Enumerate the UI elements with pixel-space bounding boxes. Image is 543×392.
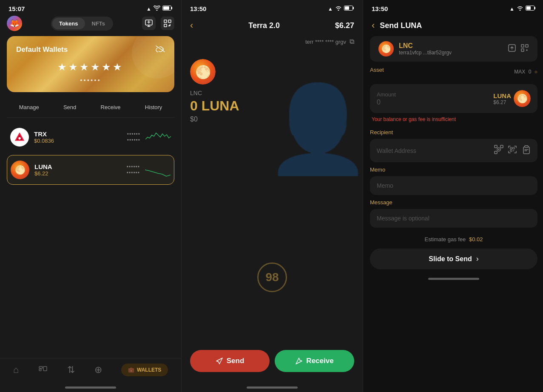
- nav-swap[interactable]: ⇅: [67, 364, 75, 375]
- recipient-field: Wallet Address: [370, 139, 537, 162]
- action-manage[interactable]: Manage: [19, 104, 39, 110]
- svg-rect-16: [526, 6, 531, 10]
- amount-display: LUNA $6.27 🌕: [493, 90, 531, 107]
- tab-tokens[interactable]: Tokens: [52, 18, 85, 29]
- amount-value[interactable]: 0: [377, 99, 493, 106]
- back-button-3[interactable]: ‹: [372, 20, 375, 31]
- add-wallet-button[interactable]: [142, 17, 156, 30]
- slide-to-send-button[interactable]: Slide to Send ›: [370, 248, 537, 269]
- svg-rect-12: [43, 367, 47, 371]
- send-button[interactable]: Send: [190, 350, 270, 372]
- wallets-label: WALLETS: [137, 367, 161, 373]
- panel2-title: Terra 2.0: [248, 21, 280, 30]
- wifi-icon-3: [517, 6, 523, 12]
- memo-field[interactable]: Memo: [370, 176, 537, 195]
- gas-fee-row: Estimate gas fee $0.02: [363, 232, 543, 248]
- luna-info: LUNA $6.22: [34, 163, 127, 177]
- trx-amount2: ••••••: [127, 137, 140, 143]
- svg-rect-19: [526, 45, 528, 47]
- panel2-main: 👤 🌕 LNC 0 LUNA $0 98: [182, 52, 363, 343]
- scan-button[interactable]: [161, 17, 174, 30]
- tab-nfts[interactable]: NFTs: [85, 18, 112, 29]
- nav-wallets[interactable]: 💼 WALLETS: [121, 364, 168, 376]
- wallet-address-placeholder[interactable]: Wallet Address: [377, 147, 490, 154]
- battery-icon-3: [526, 6, 536, 12]
- nav-explore[interactable]: [38, 364, 48, 376]
- status-bar-1: 15:07 ▲: [0, 0, 181, 16]
- nav-home[interactable]: ⌂: [13, 364, 19, 375]
- max-text: MAX: [514, 69, 525, 75]
- wifi-icon-2: [335, 6, 342, 12]
- wallet-action-icons: [508, 44, 529, 54]
- action-send[interactable]: Send: [63, 104, 76, 110]
- memo-label: Memo: [370, 166, 537, 173]
- chevron-right-icon: ›: [476, 254, 479, 263]
- wallet-bar: 🌕 LNC terra1vfcp ...t8ar52grgv: [370, 36, 537, 62]
- wallet-dots: ••••••: [16, 76, 165, 84]
- luna-name: LUNA: [34, 163, 127, 170]
- recipient-section: Recipient Wallet Address: [363, 129, 543, 162]
- home-icon: ⌂: [13, 364, 19, 375]
- panel2-balance: $6.27: [335, 21, 354, 30]
- panel2-bottom-actions: Send Receive: [182, 343, 363, 385]
- wallet-addr-row: terr **** **** grgv ⧉: [182, 36, 363, 52]
- max-value: 0: [529, 69, 532, 75]
- receive-button[interactable]: Receive: [275, 350, 354, 372]
- recipient-label: Recipient: [370, 129, 537, 135]
- back-button-2[interactable]: ‹: [190, 20, 193, 31]
- panel-send-luna: 13:50 ▲ ‹ Send LUNA: [363, 0, 543, 392]
- svg-rect-20: [521, 49, 524, 51]
- face-scan-icon[interactable]: [494, 145, 503, 156]
- avatar[interactable]: 🦊: [7, 16, 22, 31]
- token-usd: $0: [190, 116, 354, 123]
- status-icons-3: ▲: [509, 6, 536, 12]
- svg-rect-30: [513, 150, 514, 151]
- token-item-luna[interactable]: 🌕 LUNA $6.22 •••••• ••••••: [7, 155, 174, 185]
- signal-icon-2: ▲: [328, 6, 333, 12]
- asset-section: Asset MAX 0 ○: [363, 67, 543, 80]
- wallet-card: Default Wallets ★★★★★★ ••••••: [7, 36, 174, 92]
- luna-amount1: ••••••: [127, 164, 140, 170]
- send-label: Send: [227, 357, 244, 365]
- eye-off-icon[interactable]: [156, 45, 165, 54]
- token-label: LNC: [190, 90, 354, 96]
- wallet-name: LNC: [399, 42, 503, 50]
- qr-icon[interactable]: [520, 44, 529, 54]
- memo-section: Memo Memo: [363, 166, 543, 195]
- action-history[interactable]: History: [145, 104, 162, 110]
- paste-icon[interactable]: [521, 145, 531, 156]
- tab-group: Tokens NFTs: [51, 17, 113, 31]
- upload-icon[interactable]: [508, 44, 516, 54]
- wallet-stars: ★★★★★★: [16, 61, 165, 73]
- trx-icon: [10, 128, 29, 147]
- svg-rect-11: [39, 369, 41, 371]
- action-receive[interactable]: Receive: [101, 104, 121, 110]
- status-icons-2: ▲: [328, 6, 354, 12]
- copy-icon[interactable]: ⧉: [350, 38, 354, 45]
- wifi-icon: [154, 6, 160, 12]
- message-placeholder: Message is optional: [377, 215, 429, 222]
- token-logo-large: 🌕: [190, 59, 216, 85]
- token-item-trx[interactable]: TRX $0.0836 •••••• ••••••: [7, 123, 174, 152]
- qr-scan-icon[interactable]: [508, 145, 517, 156]
- max-label: MAX 0 ○: [514, 69, 537, 75]
- luna-price: $6.22: [34, 170, 127, 177]
- luna-icon: 🌕: [11, 161, 29, 179]
- amount-usd: $6.27: [493, 99, 511, 105]
- svg-rect-14: [345, 6, 349, 10]
- bottom-nav: ⌂ ⇅ ⊕ 💼 WALLETS: [0, 358, 181, 385]
- status-bar-2: 13:50 ▲: [182, 0, 363, 16]
- panel-terra: 13:50 ▲ ‹ Terra 2.0 $6.27: [182, 0, 363, 392]
- signal-icon: ▲: [146, 6, 151, 12]
- explore-icon: [38, 364, 48, 376]
- asset-name-display: LUNA: [493, 92, 511, 99]
- svg-rect-27: [510, 147, 512, 149]
- svg-rect-29: [510, 150, 512, 152]
- memo-placeholder: Memo: [377, 182, 393, 189]
- luna-amounts: •••••• ••••••: [127, 164, 140, 176]
- trx-amount1: ••••••: [127, 131, 140, 137]
- nav-browser[interactable]: ⊕: [94, 364, 102, 375]
- svg-rect-31: [523, 147, 529, 154]
- message-field[interactable]: Message is optional: [370, 209, 537, 228]
- svg-rect-10: [39, 367, 43, 368]
